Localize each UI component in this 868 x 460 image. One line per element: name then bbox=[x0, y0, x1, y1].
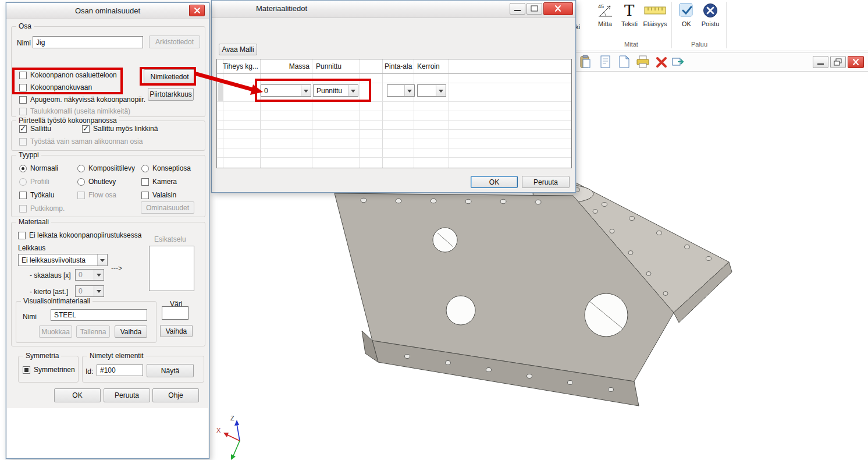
checkbox-kokoonpanokuvaan[interactable]: Kokoonpanokuvaan bbox=[19, 83, 92, 91]
nimi-input[interactable]: Jig bbox=[33, 36, 143, 48]
checkbox-kokoonpanon-osaluetteloon[interactable]: Kokoonpanon osaluetteloon bbox=[19, 71, 117, 79]
checkbox-taulukkomalli[interactable]: Taulukkomalli (useita nimikkeitä) bbox=[19, 107, 130, 115]
leikkaus-combo[interactable]: Ei leikkausviivoitusta bbox=[18, 254, 108, 266]
checkbox-ei-leikata[interactable]: Ei leikata kokoonpanopiirustuksessa bbox=[18, 231, 141, 239]
print-icon[interactable] bbox=[635, 55, 650, 70]
ominaisuudet-button[interactable]: Ominaisuudet bbox=[141, 201, 194, 214]
vaihda-materiaali-button[interactable]: Vaihda bbox=[115, 325, 147, 338]
checkbox-tyostaa-alikoonta[interactable]: Työstää vain saman alikoonnan osia bbox=[19, 137, 143, 146]
nimi-label: Nimi bbox=[17, 39, 31, 47]
checkbox-sallittu[interactable]: Sallittu bbox=[19, 125, 51, 133]
poistu-button[interactable]: Poistu bbox=[698, 2, 723, 27]
piirtotarkkuus-button[interactable]: Piirtotarkkuus bbox=[148, 88, 194, 101]
checkbox-flow-osa[interactable]: Flow osa bbox=[77, 191, 116, 199]
massa-combo[interactable]: 0 bbox=[261, 84, 311, 97]
row-line bbox=[217, 139, 571, 139]
arrow-text: ---> bbox=[111, 264, 122, 273]
checkbox-label: Symmetrinen bbox=[34, 366, 75, 374]
radio-normaali[interactable]: Normaali bbox=[19, 164, 58, 172]
kierto-label: - kierto [ast.] bbox=[30, 288, 68, 296]
column-header-punnittu[interactable]: Punnittu bbox=[316, 62, 341, 70]
paste-icon[interactable] bbox=[578, 55, 593, 70]
etaisyys-button[interactable]: Etäisyys bbox=[641, 2, 669, 27]
checkbox-valaisin[interactable]: Valaisin bbox=[141, 191, 176, 199]
column-header-kerroin[interactable]: Kerroin bbox=[417, 62, 440, 70]
maximize-icon[interactable] bbox=[527, 3, 542, 15]
ohje-button[interactable]: Ohje bbox=[152, 388, 199, 402]
checkbox-icon bbox=[19, 192, 27, 199]
nimiketiedot-button[interactable]: Nimiketiedot bbox=[144, 69, 195, 84]
grid-line bbox=[260, 59, 261, 168]
delete-icon[interactable] bbox=[654, 55, 669, 70]
column-header-massa[interactable]: Massa bbox=[261, 62, 310, 70]
material-table: Tiheys kg... Massa Punnittu Pinta-ala Ke… bbox=[216, 59, 572, 168]
color-swatch[interactable] bbox=[162, 306, 188, 320]
material-dialog-titlebar[interactable]: Materiaalitiedot bbox=[212, 1, 575, 18]
checkbox-apugeom[interactable]: Apugeom. näkyvissä kokoonpanopiir. bbox=[19, 95, 145, 104]
kierto-combo[interactable]: 0 bbox=[75, 285, 104, 297]
part-dialog-title: Osan ominaisuudet bbox=[6, 6, 209, 15]
peruuta-button[interactable]: Peruuta bbox=[104, 388, 150, 402]
close-icon[interactable] bbox=[189, 5, 205, 16]
ok-ribbon-button[interactable]: OK bbox=[676, 2, 697, 27]
export-view-icon[interactable] bbox=[671, 55, 686, 70]
ok-button[interactable]: OK bbox=[54, 388, 101, 402]
column-header-tiheys[interactable]: Tiheys kg... bbox=[223, 62, 258, 70]
close-icon[interactable] bbox=[848, 56, 864, 68]
ribbon: ki 45 Mitta T Teksti Etäisyys bbox=[573, 0, 868, 51]
checkbox-icon bbox=[141, 192, 149, 199]
minimize-icon[interactable] bbox=[813, 56, 828, 68]
page-curl-icon[interactable] bbox=[617, 55, 632, 70]
visu-nimi-input[interactable]: STEEL bbox=[51, 309, 147, 321]
punnittu-combo[interactable]: Punnittu bbox=[313, 84, 358, 97]
pinta-ala-combo[interactable] bbox=[387, 84, 415, 97]
checkbox-kamera[interactable]: Kamera bbox=[141, 178, 177, 186]
skaalaus-combo[interactable]: 0 bbox=[75, 269, 104, 281]
column-header-pinta-ala[interactable]: Pinta-ala bbox=[385, 62, 412, 70]
group-label: Materiaali bbox=[16, 218, 51, 226]
arkistotiedot-button[interactable]: Arkistotiedot bbox=[149, 36, 200, 48]
poistu-label: Poistu bbox=[702, 20, 720, 27]
radio-profiili[interactable]: Profiili bbox=[19, 178, 49, 186]
ribbon-group-paluu: Paluu bbox=[676, 41, 723, 48]
group-label: Nimetyt elementit bbox=[87, 352, 146, 360]
combo-value: 0 bbox=[79, 271, 83, 279]
radio-konseptiosa[interactable]: Konseptiosa bbox=[141, 164, 191, 172]
peruuta-button[interactable]: Peruuta bbox=[522, 176, 570, 188]
grid-line bbox=[414, 59, 414, 168]
part-dialog-titlebar[interactable]: Osan ominaisuudet bbox=[6, 3, 209, 19]
document-icon[interactable] bbox=[598, 55, 613, 70]
checkbox-icon bbox=[19, 108, 27, 115]
drawing-window-bar bbox=[573, 52, 868, 72]
tallenna-button[interactable]: Tallenna bbox=[76, 325, 110, 338]
group-label: Symmetria bbox=[23, 352, 61, 360]
checkbox-symmetrinen[interactable]: Symmetrinen bbox=[23, 366, 75, 374]
radio-ohutlevy[interactable]: Ohutlevy bbox=[77, 178, 116, 186]
checkbox-tyokalu[interactable]: Työkalu bbox=[19, 191, 54, 199]
kerroin-combo[interactable] bbox=[417, 84, 446, 97]
row-selector[interactable] bbox=[218, 83, 223, 101]
mitta-button[interactable]: 45 Mitta bbox=[593, 2, 617, 27]
teksti-button[interactable]: T Teksti bbox=[618, 2, 641, 27]
radio-komposiittilevy[interactable]: Komposiittilevy bbox=[77, 164, 135, 172]
checkbox-sallittu-linkkina[interactable]: Sallittu myös linkkinä bbox=[82, 125, 158, 133]
ok-button[interactable]: OK bbox=[471, 176, 518, 188]
checkbox-icon bbox=[19, 138, 27, 146]
partial-ribbon-label: ki bbox=[575, 23, 580, 30]
close-icon[interactable] bbox=[543, 2, 573, 15]
teksti-label: Teksti bbox=[621, 20, 638, 27]
checkbox-putkikomp[interactable]: Putkikomp. bbox=[19, 204, 65, 213]
minimize-icon[interactable] bbox=[510, 3, 525, 15]
radio-label: Ohutlevy bbox=[88, 178, 116, 186]
vaihda-vari-button[interactable]: Vaihda bbox=[160, 325, 193, 337]
avaa-malli-button[interactable]: Avaa Malli bbox=[219, 44, 257, 55]
radio-label: Normaali bbox=[30, 164, 58, 172]
checkbox-label: Sallittu myös linkkinä bbox=[93, 125, 158, 133]
nayta-button[interactable]: Näytä bbox=[147, 364, 194, 377]
muokkaa-button[interactable]: Muokkaa bbox=[39, 325, 72, 338]
restore-icon[interactable] bbox=[830, 56, 846, 68]
id-input[interactable]: #100 bbox=[97, 365, 143, 376]
group-label: Visualisointimateriaali bbox=[21, 297, 93, 305]
sheet-metal-part[interactable] bbox=[335, 167, 732, 406]
checkbox-icon bbox=[19, 84, 27, 91]
